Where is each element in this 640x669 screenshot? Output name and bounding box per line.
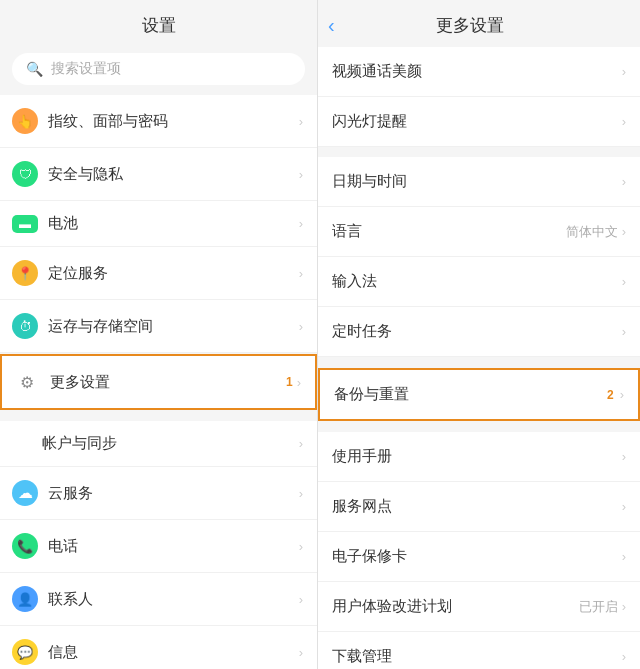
left-panel-title: 设置 bbox=[0, 0, 317, 47]
video-beauty-chevron: › bbox=[622, 64, 626, 79]
search-icon: 🔍 bbox=[26, 61, 43, 77]
contacts-chevron: › bbox=[299, 592, 303, 607]
setting-item-storage[interactable]: ⏱ 运存与存储空间 › bbox=[0, 300, 317, 353]
right-item-experience[interactable]: 用户体验改进计划 已开启 › bbox=[318, 582, 640, 632]
right-item-warranty[interactable]: 电子保修卡 › bbox=[318, 532, 640, 582]
service-label: 服务网点 bbox=[332, 497, 622, 516]
warranty-label: 电子保修卡 bbox=[332, 547, 622, 566]
cloud-icon: ☁ bbox=[12, 480, 38, 506]
security-chevron: › bbox=[299, 167, 303, 182]
flash-chevron: › bbox=[622, 114, 626, 129]
search-placeholder: 搜索设置项 bbox=[51, 60, 121, 78]
right-item-input[interactable]: 输入法 › bbox=[318, 257, 640, 307]
storage-chevron: › bbox=[299, 319, 303, 334]
right-item-flash[interactable]: 闪光灯提醒 › bbox=[318, 97, 640, 147]
location-icon: 📍 bbox=[12, 260, 38, 286]
setting-item-battery[interactable]: ▬ 电池 › bbox=[0, 201, 317, 247]
security-icon: 🛡 bbox=[12, 161, 38, 187]
setting-item-messages[interactable]: 💬 信息 › bbox=[0, 626, 317, 669]
battery-chevron: › bbox=[299, 216, 303, 231]
cloud-label: 云服务 bbox=[48, 484, 299, 503]
messages-label: 信息 bbox=[48, 643, 299, 662]
setting-item-account[interactable]: 帐户与同步 › bbox=[0, 421, 317, 467]
search-bar[interactable]: 🔍 搜索设置项 bbox=[12, 53, 305, 85]
contacts-label: 联系人 bbox=[48, 590, 299, 609]
manual-chevron: › bbox=[622, 449, 626, 464]
right-divider-1 bbox=[318, 147, 640, 157]
setting-item-location[interactable]: 📍 定位服务 › bbox=[0, 247, 317, 300]
input-label: 输入法 bbox=[332, 272, 622, 291]
contacts-icon: 👤 bbox=[12, 586, 38, 612]
backup-badge: 2 bbox=[607, 388, 614, 402]
backup-chevron: › bbox=[620, 387, 624, 402]
datetime-label: 日期与时间 bbox=[332, 172, 622, 191]
datetime-chevron: › bbox=[622, 174, 626, 189]
location-label: 定位服务 bbox=[48, 264, 299, 283]
timer-chevron: › bbox=[622, 324, 626, 339]
backup-label: 备份与重置 bbox=[334, 385, 607, 404]
more-settings-label: 更多设置 bbox=[50, 373, 286, 392]
account-chevron: › bbox=[299, 436, 303, 451]
language-chevron: › bbox=[622, 224, 626, 239]
right-list: 视频通话美颜 › 闪光灯提醒 › 日期与时间 › 语言 简体中文 › 输入法 ›… bbox=[318, 47, 640, 669]
setting-item-contacts[interactable]: 👤 联系人 › bbox=[0, 573, 317, 626]
right-item-language[interactable]: 语言 简体中文 › bbox=[318, 207, 640, 257]
right-divider-3 bbox=[318, 422, 640, 432]
battery-label: 电池 bbox=[48, 214, 299, 233]
flash-label: 闪光灯提醒 bbox=[332, 112, 622, 131]
right-item-backup[interactable]: 备份与重置 2 › bbox=[318, 368, 640, 421]
right-panel: ‹ 更多设置 视频通话美颜 › 闪光灯提醒 › 日期与时间 › 语言 简体中文 … bbox=[318, 0, 640, 669]
phone-label: 电话 bbox=[48, 537, 299, 556]
input-chevron: › bbox=[622, 274, 626, 289]
warranty-chevron: › bbox=[622, 549, 626, 564]
experience-chevron: › bbox=[622, 599, 626, 614]
account-label: 帐户与同步 bbox=[42, 434, 299, 453]
storage-icon: ⏱ bbox=[12, 313, 38, 339]
manual-label: 使用手册 bbox=[332, 447, 622, 466]
settings-list: 👆 指纹、面部与密码 › 🛡 安全与隐私 › ▬ 电池 › 📍 定位服务 › ⏱… bbox=[0, 95, 317, 669]
setting-item-security[interactable]: 🛡 安全与隐私 › bbox=[0, 148, 317, 201]
right-item-video-beauty[interactable]: 视频通话美颜 › bbox=[318, 47, 640, 97]
experience-value: 已开启 bbox=[579, 598, 618, 616]
fingerprint-chevron: › bbox=[299, 114, 303, 129]
phone-icon: 📞 bbox=[12, 533, 38, 559]
setting-item-more[interactable]: ⚙ 更多设置 1 › bbox=[0, 354, 317, 410]
messages-chevron: › bbox=[299, 645, 303, 660]
left-panel: 设置 🔍 搜索设置项 👆 指纹、面部与密码 › 🛡 安全与隐私 › ▬ 电池 ›… bbox=[0, 0, 318, 669]
cloud-chevron: › bbox=[299, 486, 303, 501]
language-value: 简体中文 bbox=[566, 223, 618, 241]
service-chevron: › bbox=[622, 499, 626, 514]
divider-1 bbox=[0, 411, 317, 421]
right-item-datetime[interactable]: 日期与时间 › bbox=[318, 157, 640, 207]
right-item-service[interactable]: 服务网点 › bbox=[318, 482, 640, 532]
right-header: ‹ 更多设置 bbox=[318, 0, 640, 47]
right-panel-title: 更多设置 bbox=[343, 14, 598, 37]
right-item-download[interactable]: 下载管理 › bbox=[318, 632, 640, 669]
more-settings-badge: 1 bbox=[286, 375, 293, 389]
phone-chevron: › bbox=[299, 539, 303, 554]
video-beauty-label: 视频通话美颜 bbox=[332, 62, 622, 81]
setting-item-phone[interactable]: 📞 电话 › bbox=[0, 520, 317, 573]
right-item-timer[interactable]: 定时任务 › bbox=[318, 307, 640, 357]
location-chevron: › bbox=[299, 266, 303, 281]
battery-icon: ▬ bbox=[12, 215, 38, 233]
fingerprint-label: 指纹、面部与密码 bbox=[48, 112, 299, 131]
timer-label: 定时任务 bbox=[332, 322, 622, 341]
setting-item-fingerprint[interactable]: 👆 指纹、面部与密码 › bbox=[0, 95, 317, 148]
security-label: 安全与隐私 bbox=[48, 165, 299, 184]
messages-icon: 💬 bbox=[12, 639, 38, 665]
download-chevron: › bbox=[622, 649, 626, 664]
experience-label: 用户体验改进计划 bbox=[332, 597, 579, 616]
right-divider-2 bbox=[318, 357, 640, 367]
right-item-manual[interactable]: 使用手册 › bbox=[318, 432, 640, 482]
language-label: 语言 bbox=[332, 222, 566, 241]
back-button[interactable]: ‹ bbox=[328, 14, 335, 37]
more-settings-chevron: › bbox=[297, 375, 301, 390]
download-label: 下载管理 bbox=[332, 647, 622, 666]
fingerprint-icon: 👆 bbox=[12, 108, 38, 134]
storage-label: 运存与存储空间 bbox=[48, 317, 299, 336]
more-settings-icon: ⚙ bbox=[14, 369, 40, 395]
setting-item-cloud[interactable]: ☁ 云服务 › bbox=[0, 467, 317, 520]
